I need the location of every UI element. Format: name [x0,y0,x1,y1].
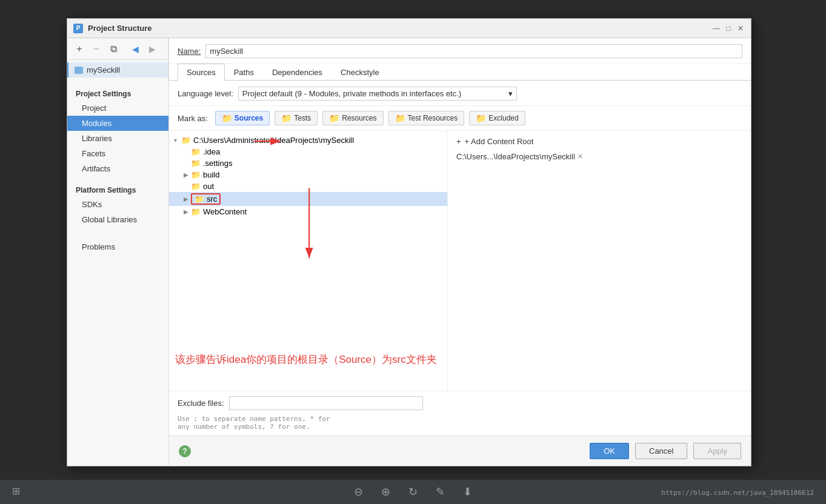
exclude-hint: Use ; to separate name patterns, * foran… [169,415,751,436]
sidebar-item-sdks[interactable]: SDKs [67,197,168,212]
sidebar-item-modules[interactable]: Modules [67,116,168,131]
name-input[interactable] [205,44,742,58]
dialog-title: Project Structure [88,24,712,33]
tree-settings-arrow [184,160,191,167]
tree-idea-arrow [184,148,191,155]
mark-as-resources-button[interactable]: 📁 Resources [322,111,383,125]
tree-item-settings[interactable]: 📁 .settings [169,158,447,169]
right-panel: Name: Sources Paths Dependencies Checkst… [169,38,751,466]
exclude-row: Exclude files: [169,391,751,415]
tree-item-out[interactable]: 📁 out [169,181,447,192]
dialog-icon: P [73,24,83,33]
lang-level-row: Language level: Project default (9 - Mod… [169,81,751,106]
mark-as-test-resources-button[interactable]: 📁 Test Resources [388,111,465,125]
lang-level-select[interactable]: Project default (9 - Modules, private me… [238,87,517,101]
bottom-left-icon: ⊞ [12,485,20,497]
tests-folder-icon: 📁 [281,113,291,123]
download-icon[interactable]: ⬇ [463,485,472,499]
copy-module-button[interactable]: ⧉ [106,42,121,56]
zoom-out-icon[interactable]: ⊖ [354,485,363,499]
tab-paths[interactable]: Paths [225,64,263,81]
tree-root-folder-icon: 📁 [181,136,191,144]
module-name: mySeckill [87,65,120,75]
mark-as-sources-button[interactable]: 📁 Sources [215,111,270,125]
sidebar-item-project[interactable]: Project [67,101,168,116]
nav-forward-button[interactable]: ▶ [145,42,159,56]
project-settings-header: Project Settings [67,86,168,101]
sidebar-item-artifacts[interactable]: Artifacts [67,161,168,176]
exclude-input[interactable] [229,396,423,410]
tree-build-arrow: ▶ [184,171,191,178]
tree-item-src[interactable]: ▶ 📁 src [169,192,447,206]
tree-item-idea[interactable]: 📁 .idea [169,146,447,158]
platform-settings-header: Platform Settings [67,182,168,197]
edit-icon[interactable]: ✎ [436,485,445,499]
tab-dependencies[interactable]: Dependencies [263,64,331,81]
tree-item-build[interactable]: ▶ 📁 build [169,169,447,181]
tree-item-root[interactable]: ▾ 📁 C:\Users\Administrator\IdeaProjects\… [169,134,447,146]
tree-settings-folder-icon: 📁 [191,159,201,167]
module-folder-icon [75,67,83,74]
bottom-url: https://blog.csdn.net/java_18945106612 [661,489,814,497]
tree-root-path: C:\Users\Administrator\IdeaProjects\mySe… [193,136,354,145]
sidebar-item-facets[interactable]: Facets [67,146,168,161]
mark-as-tests-button[interactable]: 📁 Tests [275,111,318,125]
tree-src-folder-icon: 📁 [195,195,204,203]
tab-checkstyle[interactable]: Checkstyle [331,64,388,81]
content-root-close-button[interactable]: ✕ [578,153,583,161]
lang-level-label: Language level: [178,89,233,98]
tree-src-name: src [207,194,217,204]
zoom-in-icon[interactable]: ⊕ [381,485,390,499]
tree-settings-name: .settings [203,159,232,168]
tree-webcontent-folder-icon: 📁 [191,208,201,216]
close-button[interactable]: ✕ [736,24,745,33]
tree-build-folder-icon: 📁 [191,171,201,179]
help-button[interactable]: ? [179,445,191,457]
refresh-icon[interactable]: ↻ [408,485,418,499]
module-item-myseckill[interactable]: mySeckill [67,62,168,78]
sidebar-item-problems[interactable]: Problems [67,239,168,254]
module-list: mySeckill [67,60,168,80]
sidebar-item-global-libraries[interactable]: Global Libraries [67,212,168,227]
tree-webcontent-name: WebContent [203,207,247,216]
add-module-button[interactable]: + [72,42,87,56]
tree-idea-name: .idea [203,147,220,156]
tree-root-arrow: ▾ [174,137,181,144]
toolbar-strip: + − ⧉ ◀ ▶ [67,38,168,60]
tree-build-name: build [203,170,219,179]
content-split: ▾ 📁 C:\Users\Administrator\IdeaProjects\… [169,131,751,391]
dialog-controls: — □ ✕ [712,24,745,33]
sidebar-item-libraries[interactable]: Libraries [67,131,168,146]
content-root-path: C:\Users...\IdeaProjects\mySeckill ✕ [456,152,742,161]
tree-out-arrow [184,183,191,190]
apply-button[interactable]: Apply [693,443,741,459]
sources-folder-icon: 📁 [222,113,232,123]
minimize-button[interactable]: — [712,24,721,33]
test-resources-folder-icon: 📁 [395,113,405,123]
tree-out-folder-icon: 📁 [191,182,201,190]
tree-src-arrow: ▶ [184,196,191,202]
name-label: Name: [178,47,201,56]
mark-as-row: Mark as: 📁 Sources 📁 Tests 📁 Resources 📁… [169,106,751,131]
nav-back-button[interactable]: ◀ [128,42,142,56]
mark-as-excluded-button[interactable]: 📁 Excluded [469,111,525,125]
add-content-root-button[interactable]: + + Add Content Root [456,137,742,146]
maximize-button[interactable]: □ [724,24,733,33]
info-panel: + + Add Content Root C:\Users...\IdeaPro… [448,131,751,391]
exclude-section: Exclude files: Use ; to separate name pa… [169,391,751,436]
add-icon: + [456,137,461,146]
excluded-folder-icon: 📁 [476,113,486,123]
mark-as-label: Mark as: [178,114,208,123]
resources-folder-icon: 📁 [329,113,339,123]
cancel-button[interactable]: Cancel [635,443,687,459]
tree-out-name: out [203,182,214,191]
bottom-bar: ⊞ ⊖ ⊕ ↻ ✎ ⬇ https://blog.csdn.net/java_1… [0,480,826,504]
file-tree: ▾ 📁 C:\Users\Administrator\IdeaProjects\… [169,131,448,391]
dialog-titlebar: P Project Structure — □ ✕ [67,19,751,38]
remove-module-button[interactable]: − [89,42,104,56]
tree-idea-folder-icon: 📁 [191,148,201,156]
dialog-footer: ? OK Cancel Apply [169,436,751,466]
tree-item-webcontent[interactable]: ▶ 📁 WebContent [169,206,447,217]
ok-button[interactable]: OK [590,443,629,459]
tab-sources[interactable]: Sources [178,64,225,81]
